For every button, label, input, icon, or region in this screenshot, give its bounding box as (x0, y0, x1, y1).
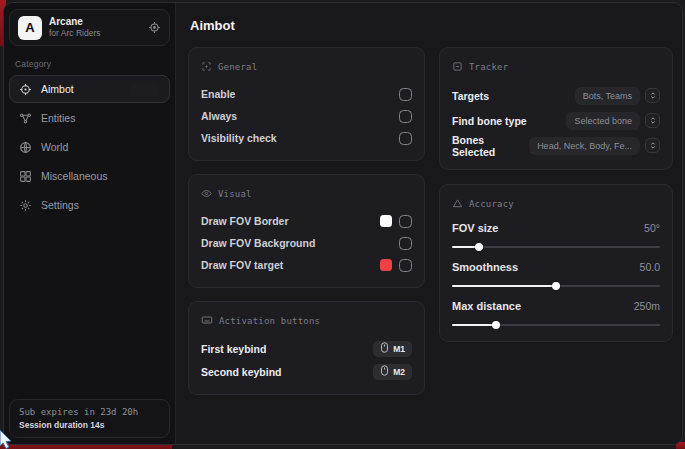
crosshair-icon (19, 83, 32, 96)
draw-fov-border-checkbox[interactable] (399, 215, 412, 228)
sidebar-item-world[interactable]: World (9, 133, 170, 161)
mouse-cursor (0, 429, 15, 449)
row-label: First keybind (201, 343, 266, 355)
slider-fill (452, 246, 479, 248)
dropdown-value: Head, Neck, Body, Fe... (529, 137, 640, 155)
visibility-check-checkbox[interactable] (399, 132, 412, 145)
mouse-icon (380, 342, 389, 355)
sidebar-item-label: Aimbot (41, 83, 74, 95)
slider-value: 250m (634, 300, 660, 312)
card-title: Activation buttons (219, 316, 320, 326)
fov-target-color-swatch[interactable] (380, 259, 392, 271)
globe-icon (19, 141, 32, 154)
row-label: Visibility check (201, 132, 277, 144)
brand-texts: Arcane for Arc Riders (49, 16, 141, 39)
sidebar-item-entities[interactable]: Entities (9, 104, 170, 132)
max-distance-slider[interactable] (452, 321, 660, 328)
first-keybind-button[interactable]: M1 (373, 341, 412, 357)
target-icon (201, 58, 212, 76)
setting-row-max-distance: Max distance 250m (452, 298, 660, 328)
gear-icon[interactable] (148, 21, 161, 34)
row-label: Second keybind (201, 366, 282, 378)
slider-fill (452, 285, 556, 287)
setting-row-second-keybind: Second keybind M2 (201, 360, 412, 383)
find-bone-type-dropdown[interactable]: Selected bone (566, 112, 660, 130)
setting-row-always: Always (201, 105, 412, 127)
card-title: Visual (218, 189, 252, 199)
setting-row-find-bone-type: Find bone type Selected bone (452, 108, 660, 133)
brand-logo: A (18, 16, 42, 40)
chevrons-up-down-icon[interactable] (645, 88, 660, 103)
row-label: Find bone type (452, 115, 527, 127)
general-card: General Enable Always Visibility check (188, 47, 425, 161)
entities-nodes-icon (19, 112, 32, 125)
card-title: Tracker (469, 62, 508, 72)
setting-row-smoothness: Smoothness 50.0 (452, 259, 660, 289)
gear-icon (19, 199, 32, 212)
row-label: Enable (201, 88, 235, 100)
subscription-card: Sub expires in 23d 20h Session duration … (9, 399, 170, 438)
dropdown-value: Selected bone (566, 112, 640, 130)
setting-row-draw-fov-target: Draw FOV target (201, 254, 412, 276)
sidebar: A Arcane for Arc Riders Category (4, 3, 176, 444)
setting-row-fov-size: FOV size 50° (452, 220, 660, 250)
draw-fov-background-checkbox[interactable] (399, 237, 412, 250)
fov-size-slider[interactable] (452, 243, 660, 250)
aimbot-hint-badge (131, 84, 159, 96)
row-label: Targets (452, 90, 489, 102)
second-keybind-button[interactable]: M2 (373, 364, 412, 380)
slider-fill (452, 324, 496, 326)
slider-thumb[interactable] (552, 282, 560, 290)
targets-dropdown[interactable]: Bots, Teams (575, 87, 660, 105)
slider-thumb[interactable] (492, 321, 500, 329)
slider-value: 50.0 (640, 261, 660, 273)
row-label: Smoothness (452, 261, 518, 273)
page-title: Aimbot (190, 18, 673, 33)
setting-row-draw-fov-background: Draw FOV Background (201, 232, 412, 254)
always-checkbox[interactable] (399, 110, 412, 123)
row-label: Draw FOV Border (201, 215, 289, 227)
setting-row-targets: Targets Bots, Teams (452, 83, 660, 108)
fov-border-color-swatch[interactable] (380, 215, 392, 227)
setting-row-draw-fov-border: Draw FOV Border (201, 210, 412, 232)
slider-value: 50° (644, 222, 660, 234)
row-label: Draw FOV Background (201, 237, 315, 249)
row-label: Max distance (452, 300, 521, 312)
setting-row-first-keybind: First keybind M1 (201, 337, 412, 360)
bones-selected-dropdown[interactable]: Head, Neck, Body, Fe... (529, 137, 660, 155)
smoothness-slider[interactable] (452, 282, 660, 289)
grid-icon (19, 170, 32, 183)
sidebar-item-settings[interactable]: Settings (9, 191, 170, 219)
eye-icon (201, 185, 212, 203)
sub-expiry-text: Sub expires in 23d 20h (19, 406, 160, 419)
tracker-card: Tracker Targets Bots, Teams (439, 47, 673, 170)
row-label: Always (201, 110, 237, 122)
app-window: A Arcane for Arc Riders Category (3, 2, 683, 445)
setting-row-bones-selected: Bones Selected Head, Neck, Body, Fe... (452, 133, 660, 158)
card-title: Accuracy (469, 199, 514, 209)
draw-fov-target-checkbox[interactable] (399, 259, 412, 272)
keyboard-icon (201, 312, 213, 330)
activation-card: Activation buttons First keybind M1 (188, 301, 425, 395)
slider-thumb[interactable] (475, 243, 483, 251)
session-duration-text: Session duration 14s (19, 419, 160, 431)
row-label: FOV size (452, 222, 498, 234)
keybind-value: M2 (393, 367, 405, 377)
chevrons-up-down-icon[interactable] (645, 138, 660, 153)
setting-row-enable: Enable (201, 83, 412, 105)
sidebar-item-label: Settings (41, 199, 79, 211)
main-content: Aimbot General (176, 3, 683, 444)
chevrons-up-down-icon[interactable] (645, 113, 660, 128)
setting-row-visibility-check: Visibility check (201, 127, 412, 149)
category-label: Category (15, 59, 175, 69)
scan-icon (452, 58, 463, 76)
sidebar-nav: Aimbot Entities World (4, 75, 175, 219)
enable-checkbox[interactable] (399, 88, 412, 101)
sidebar-item-miscellaneous[interactable]: Miscellaneous (9, 162, 170, 190)
accuracy-card: Accuracy FOV size 50° (439, 184, 673, 342)
sidebar-item-label: Miscellaneous (41, 170, 108, 182)
mouse-icon (380, 365, 389, 378)
sidebar-item-aimbot[interactable]: Aimbot (9, 75, 170, 103)
dropdown-value: Bots, Teams (575, 87, 640, 105)
row-label: Draw FOV target (201, 259, 283, 271)
